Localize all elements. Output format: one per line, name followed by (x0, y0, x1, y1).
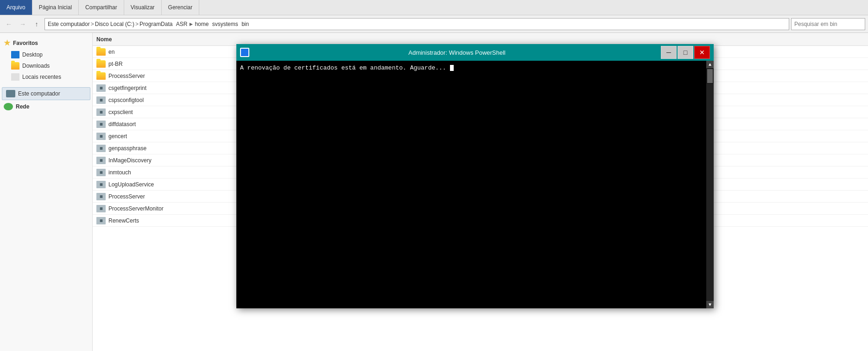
exe-icon: ▦ (96, 217, 106, 224)
scrollbar-track (706, 84, 714, 301)
path-programdata: ProgramData (139, 21, 172, 27)
up-button[interactable]: ↑ (31, 18, 43, 30)
ribbon-tabs: Arquivo Página Inicial Compartilhar Visu… (0, 0, 868, 15)
exe-icon: ▦ (96, 121, 106, 128)
scroll-down-button[interactable]: ▼ (706, 301, 714, 308)
exe-icon: ▦ (96, 169, 106, 176)
powershell-icon (240, 48, 249, 57)
exe-icon: ▦ (96, 193, 106, 200)
exe-icon: ▦ (96, 181, 106, 188)
powershell-window: Administrador: Windows PowerShell ─ □ ✕ … (236, 44, 714, 308)
exe-icon: ▦ (96, 133, 106, 140)
path-computer: Este computador (48, 21, 90, 27)
powershell-title: Administrador: Windows PowerShell (253, 49, 661, 56)
path-drive: Disco Local (C:) (95, 21, 134, 27)
address-path[interactable]: Este computador > Disco Local (C:) > Pro… (44, 18, 789, 30)
exe-icon: ▦ (96, 145, 106, 152)
sidebar-divider (0, 83, 92, 86)
folder-icon (96, 48, 106, 56)
path-bin: bin (241, 21, 249, 27)
tab-visualizar[interactable]: Visualizar (124, 0, 162, 15)
recent-icon (11, 73, 19, 81)
computer-label: Este computador (18, 90, 60, 97)
exe-icon: ▦ (96, 84, 106, 92)
favorites-header[interactable]: ★ Favoritos (0, 37, 92, 49)
window-controls: ─ □ ✕ (661, 46, 710, 59)
desktop-icon (11, 51, 19, 58)
recent-label: Locais recentes (22, 74, 61, 80)
sidebar: ★ Favoritos Desktop Downloads Locais rec… (0, 33, 93, 351)
network-label: Rede (16, 103, 29, 110)
sidebar-item-desktop[interactable]: Desktop (0, 49, 92, 60)
exe-icon: ▦ (96, 108, 106, 116)
tab-pagina-inicial[interactable]: Página Inicial (32, 0, 79, 15)
downloads-label: Downloads (22, 63, 50, 69)
sidebar-item-network[interactable]: Rede (0, 101, 92, 112)
scrollbar-thumb[interactable] (707, 69, 713, 83)
maximize-button[interactable]: □ (678, 46, 693, 59)
tab-compartilhar[interactable]: Compartilhar (79, 0, 124, 15)
favorites-label: Favoritos (13, 40, 38, 46)
network-icon (4, 103, 13, 110)
tab-arquivo[interactable]: Arquivo (0, 0, 32, 15)
close-button[interactable]: ✕ (694, 46, 710, 59)
ribbon: Arquivo Página Inicial Compartilhar Visu… (0, 0, 868, 15)
tab-gerenciar[interactable]: Gerenciar (162, 0, 200, 15)
folder-icon (96, 72, 106, 80)
exe-icon: ▦ (96, 157, 106, 164)
forward-button[interactable]: → (17, 18, 29, 30)
computer-icon (6, 90, 15, 97)
sidebar-item-downloads[interactable]: Downloads (0, 60, 92, 71)
column-name: Nome (96, 36, 864, 43)
scroll-up-button[interactable]: ▲ (706, 61, 714, 68)
address-bar: ← → ↑ Este computador > Disco Local (C:)… (0, 15, 868, 33)
powershell-body[interactable]: A renovação de certificados está em anda… (236, 61, 714, 308)
search-input[interactable] (791, 18, 865, 30)
exe-icon: ▦ (96, 96, 106, 104)
downloads-folder-icon (11, 62, 19, 70)
sidebar-item-computer[interactable]: Este computador (2, 87, 90, 100)
star-icon: ★ (4, 38, 10, 47)
sidebar-item-recent[interactable]: Locais recentes (0, 71, 92, 83)
ps-cursor (450, 65, 454, 71)
powershell-scrollbar[interactable]: ▲ ▼ (706, 61, 714, 308)
path-svsystems: svsystems (212, 21, 238, 27)
path-asr: ASR (176, 21, 188, 27)
back-button[interactable]: ← (3, 18, 15, 30)
minimize-button[interactable]: ─ (661, 46, 677, 59)
folder-icon (96, 60, 106, 68)
powershell-output: A renovação de certificados está em anda… (240, 64, 446, 71)
path-home: home (195, 21, 209, 27)
desktop-label: Desktop (22, 51, 43, 58)
powershell-title-bar: Administrador: Windows PowerShell ─ □ ✕ (236, 44, 714, 61)
exe-icon: ▦ (96, 205, 106, 212)
